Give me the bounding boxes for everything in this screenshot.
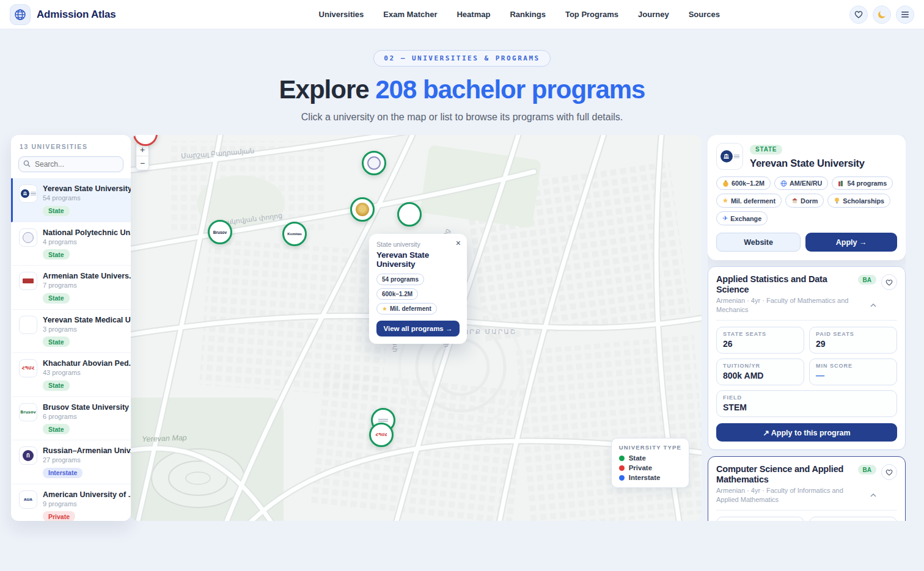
search-box <box>18 156 123 172</box>
chevron-up-icon[interactable] <box>870 489 876 500</box>
popup-kicker: State university <box>376 241 460 248</box>
map-marker-medical[interactable] <box>350 197 375 222</box>
stat-state-seats: STATE SEATS40 <box>716 517 804 521</box>
menu-button[interactable] <box>896 5 914 24</box>
degree-badge: BA <box>858 275 876 285</box>
pedagogical-logo: ՀՊՄՀ <box>375 432 387 437</box>
nav-rankings[interactable]: Rankings <box>510 10 546 19</box>
favorite-program-button[interactable] <box>881 464 897 480</box>
program-count: 43 programs <box>43 369 131 376</box>
section-badge: 02 — UNIVERSITIES & PROGRAMS <box>373 50 550 67</box>
program-count: 54 programs <box>43 194 131 202</box>
list-item-medical[interactable]: Yerevan State Medical U... 3 programs St… <box>11 310 131 354</box>
brand: Admission Atlas <box>10 4 116 25</box>
map-marker-polytechnic[interactable] <box>362 151 386 175</box>
close-icon[interactable]: × <box>456 239 461 247</box>
map-watermark: Yerevan Map <box>142 434 187 444</box>
nav-top-programs[interactable]: Top Programs <box>565 10 618 19</box>
legend-title: UNIVERSITY TYPE <box>619 444 681 451</box>
stat-value: 26 <box>723 339 798 349</box>
stat-value: 800k AMD <box>723 371 798 380</box>
chip-languages: AM/EN/RU <box>774 176 828 190</box>
university-name: American University of ... <box>43 490 131 499</box>
program-count: 4 programs <box>43 238 131 245</box>
gold-seal-icon <box>356 203 369 216</box>
chip-dorm: Dorm <box>785 194 824 208</box>
dorm-icon <box>791 197 798 204</box>
stat-paid-seats: PAID SEATS29 <box>809 327 897 354</box>
favorite-program-button[interactable] <box>881 274 897 290</box>
stat-label: TUITION/YR <box>723 363 798 369</box>
globe-icon <box>780 180 787 187</box>
chip-label: Scholarships <box>843 197 884 205</box>
chip-exchange: ✈Exchange <box>716 211 768 225</box>
map-canvas[interactable]: Մարշալ Բաղրամյան Մոսկովյան փողոց Աբովյան… <box>131 135 702 521</box>
university-logo: Ո <box>19 446 37 465</box>
chevron-up-icon[interactable] <box>870 299 876 310</box>
program-title: Computer Science and Applied Mathematics <box>716 464 853 484</box>
university-title: Yerevan State University <box>750 158 865 169</box>
search-input[interactable] <box>18 156 123 172</box>
list-item-russian-armenian[interactable]: Ո Russian–Armenian Univ... 27 programs I… <box>11 440 131 484</box>
program-count: 27 programs <box>43 456 131 464</box>
arrow-up-right-icon: ↗ <box>763 429 769 437</box>
map-marker-komitas[interactable]: Komitas <box>282 222 307 246</box>
nav-heatmap[interactable]: Heatmap <box>457 10 490 19</box>
legend-item-private: Private <box>619 464 681 471</box>
heart-icon <box>886 469 893 476</box>
university-name: Khachatur Abovian Ped... <box>43 359 131 368</box>
university-logo <box>19 272 37 290</box>
map-legend: UNIVERSITY TYPE State Private Interstate <box>611 438 689 488</box>
list-item-pedagogical[interactable]: ՀՊՄՀ Khachatur Abovian Ped... 43 program… <box>11 353 131 397</box>
map-marker-unlabeled[interactable] <box>397 202 422 227</box>
university-logo <box>19 228 37 247</box>
favorites-button[interactable] <box>849 5 868 24</box>
list-item-american[interactable]: AUA American University of ... 9 program… <box>11 484 131 522</box>
nav-exam-matcher[interactable]: Exam Matcher <box>383 10 437 19</box>
map-marker-brusov[interactable]: Brusov <box>208 220 232 244</box>
chip-label: 54 programs <box>847 180 887 187</box>
popup-chip-tuition: 600k–1.2M <box>376 288 418 300</box>
interstate-dot-icon <box>619 475 625 481</box>
university-logo: Brusov <box>19 403 37 421</box>
page-title: Explore 208 bachelor programs <box>0 75 924 104</box>
stat-value: STEM <box>723 402 890 412</box>
map-marker-pedagogical[interactable]: ՀՊՄՀ <box>369 423 394 447</box>
theme-toggle-button[interactable] <box>873 5 891 24</box>
chip-scholarships: Scholarships <box>827 194 890 208</box>
legend-item-interstate: Interstate <box>619 474 681 481</box>
view-all-programs-button[interactable]: View all programs → <box>376 321 460 336</box>
apply-to-program-button[interactable]: ↗ Apply to this program <box>716 423 897 442</box>
stat-label: PAID SEATS <box>816 331 890 337</box>
page-title-highlight: 208 bachelor programs <box>375 75 645 104</box>
university-logo <box>19 316 37 334</box>
zoom-out-button[interactable]: − <box>136 156 148 170</box>
stat-label: MIN SCORE <box>816 363 890 369</box>
chip-label: AM/EN/RU <box>790 180 822 187</box>
list-item-brusov[interactable]: Brusov Brusov State University 6 program… <box>11 397 131 441</box>
university-name: National Polytechnic Un... <box>43 228 131 237</box>
map-zoom-control: + − <box>136 142 149 170</box>
list-item-armenian-state[interactable]: Armenian State Univers... 7 programs Sta… <box>11 266 131 310</box>
list-item-yerevan-state[interactable]: Yerevan State University 54 programs Sta… <box>11 178 131 222</box>
website-button[interactable]: Website <box>716 233 801 252</box>
nav-sources[interactable]: Sources <box>689 10 720 19</box>
chip-label: 600k–1.2M <box>732 180 765 187</box>
apply-button[interactable]: Apply → <box>805 233 897 252</box>
program-count: 7 programs <box>43 282 131 289</box>
type-badge: Private <box>43 511 75 521</box>
heart-icon <box>854 10 863 18</box>
type-badge: State <box>43 424 70 434</box>
university-name: Yerevan State Medical U... <box>43 316 131 324</box>
stat-field: FIELDSTEM <box>716 390 897 417</box>
type-badge: State <box>43 380 70 391</box>
list-item-polytechnic[interactable]: National Polytechnic Un... 4 programs St… <box>11 222 131 266</box>
program-count: 9 programs <box>43 500 131 507</box>
university-name: Yerevan State University <box>43 184 131 193</box>
nav-journey[interactable]: Journey <box>638 10 669 19</box>
brusov-logo: Brusov <box>213 230 227 235</box>
app-header: Admission Atlas Universities Exam Matche… <box>0 0 924 29</box>
nav-universities[interactable]: Universities <box>319 10 364 19</box>
star-icon: ★ <box>722 197 728 205</box>
university-name: Russian–Armenian Univ... <box>43 446 131 455</box>
